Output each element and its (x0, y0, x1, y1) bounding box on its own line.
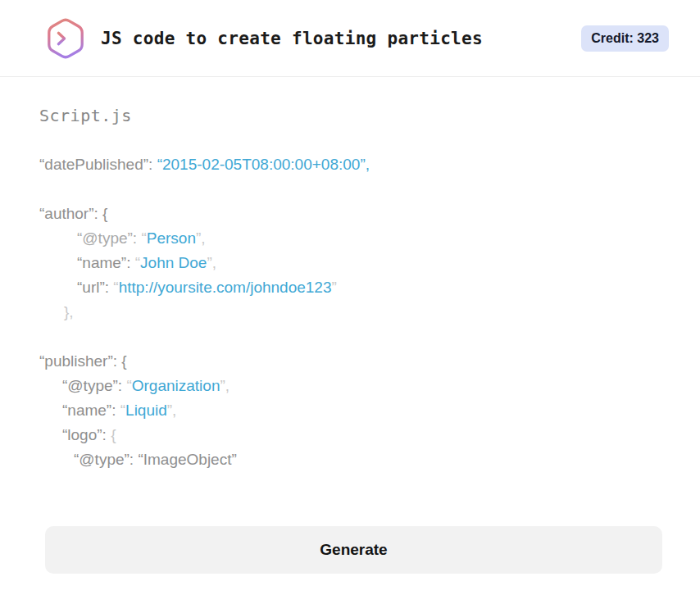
code-token: John Doe (140, 254, 207, 271)
terminal-prompt-hexagon-icon (45, 16, 86, 61)
code-token: http://yoursite.com/johndoe123 (119, 279, 332, 296)
filename-label: Script.js (39, 105, 661, 126)
code-line: “author”: { (39, 202, 661, 226)
code-line: “@type”: “Organization”, (39, 374, 661, 398)
code-line: “name”: “John Doe”, (39, 251, 661, 275)
page-title: JS code to create floating particles (101, 29, 483, 48)
code-token: ”, (196, 229, 206, 247)
generate-button[interactable]: Generate (45, 526, 662, 574)
code-token: “name”: (62, 402, 120, 419)
code-token: “name”: (77, 254, 135, 271)
code-line: “url”: “http://yoursite.com/johndoe123” (39, 275, 661, 300)
code-token: ”, (207, 254, 216, 271)
code-token: ”, (220, 377, 230, 394)
code-line: “logo”: { (39, 423, 661, 447)
code-line: “datePublished”: “2015-02-05T08:00:00+08… (39, 152, 661, 177)
code-line (39, 325, 661, 349)
code-line: “@type”: “Person”, (39, 226, 661, 251)
code-token: Liquid (125, 402, 167, 419)
code-line: “publisher”: { (39, 349, 661, 374)
code-line: “@type”: “ImageObject” (39, 447, 661, 472)
code-block: “datePublished”: “2015-02-05T08:00:00+08… (39, 152, 661, 472)
code-token: “logo”: (62, 426, 111, 443)
code-token: ”, (167, 402, 177, 419)
credit-badge: Credit: 323 (581, 25, 669, 52)
code-line (39, 177, 661, 202)
code-line: }, (39, 300, 661, 325)
code-token: “url”: (77, 279, 113, 296)
code-editor: Script.js “datePublished”: “2015-02-05T0… (0, 105, 700, 472)
code-line: “name”: “Liquid”, (39, 398, 661, 423)
code-token: { (111, 426, 116, 443)
code-token: “@type”: (62, 377, 126, 394)
code-token: “@type”: “ImageObject” (74, 451, 237, 468)
code-token: “publisher”: { (39, 352, 127, 370)
code-token: “2015-02-05T08:00:00+08:00”, (157, 156, 370, 173)
code-token: ” (332, 279, 337, 296)
app-root: { "header": { "title": "JS code to creat… (0, 0, 700, 613)
code-token: “@type”: (77, 229, 141, 247)
code-token: Organization (132, 377, 220, 394)
code-token: “author”: { (39, 205, 107, 222)
code-token: “datePublished”: (39, 156, 157, 173)
code-token: Person (147, 229, 196, 247)
app-header: JS code to create floating particles Cre… (0, 0, 700, 77)
code-token: }, (64, 303, 74, 320)
generate-row: Generate (0, 526, 700, 574)
